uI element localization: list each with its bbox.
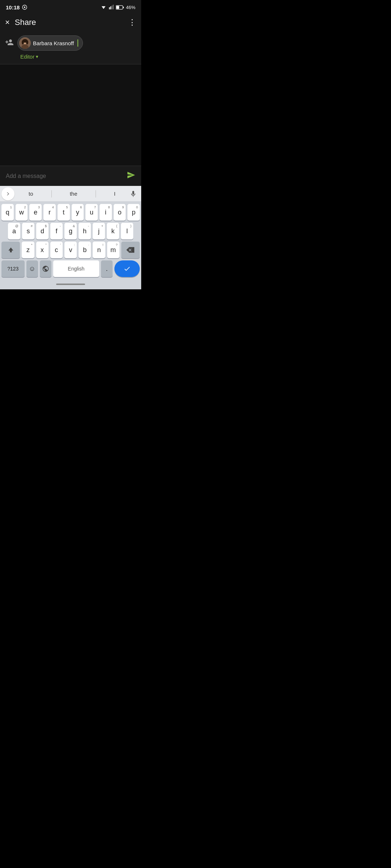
suggestion-items: to the I (17, 189, 127, 198)
role-row: Editor ▾ (20, 54, 136, 60)
key-b[interactable]: b· (79, 242, 91, 258)
suggestion-the[interactable]: the (66, 189, 82, 198)
send-button[interactable] (127, 171, 135, 182)
svg-rect-5 (112, 5, 112, 9)
keys-area: q1 w2 e3 r4 t5 y6 u7 i8 o9 p0 a@ s# d$ f… (0, 202, 141, 281)
key-r[interactable]: r4 (43, 204, 56, 221)
text-cursor (77, 39, 78, 47)
status-bar: 10:18 46% (0, 0, 141, 13)
key-w[interactable]: w2 (16, 204, 28, 221)
wifi-icon (101, 5, 106, 10)
key-z[interactable]: z* (22, 242, 34, 258)
time-display: 10:18 (6, 4, 20, 10)
delete-key[interactable] (121, 242, 140, 258)
role-dropdown[interactable]: Editor ▾ (20, 54, 136, 60)
key-a[interactable]: a@ (8, 223, 20, 239)
key-y[interactable]: y6 (72, 204, 84, 221)
close-button[interactable]: × (5, 18, 10, 27)
svg-rect-6 (113, 5, 114, 9)
svg-rect-9 (116, 6, 119, 9)
status-time: 10:18 (6, 4, 28, 10)
svg-rect-3 (109, 7, 110, 9)
svg-rect-16 (133, 191, 134, 194)
battery-percent: 46% (126, 5, 135, 10)
space-key[interactable]: English (53, 260, 99, 277)
chevron-down-icon: ▾ (36, 54, 38, 59)
expand-suggestions-button[interactable] (1, 187, 14, 200)
key-row-3: z* x" c' v: b· n! m? (1, 242, 140, 258)
key-j[interactable]: j+ (93, 223, 105, 239)
key-o[interactable]: o9 (114, 204, 126, 221)
key-x[interactable]: x" (36, 242, 49, 258)
headphone-icon (22, 4, 28, 10)
key-d[interactable]: d$ (36, 223, 49, 239)
key-row-2: a@ s# d$ f- g& h- j+ k( l) (1, 223, 140, 239)
key-m[interactable]: m? (107, 242, 119, 258)
enter-key[interactable] (114, 260, 140, 277)
status-icons: 46% (101, 5, 135, 10)
svg-rect-17 (133, 196, 134, 197)
add-person-icon[interactable] (5, 38, 14, 48)
key-q[interactable]: q1 (1, 204, 14, 221)
key-u[interactable]: u7 (85, 204, 98, 221)
key-n[interactable]: n! (93, 242, 105, 258)
header-left: × Share (5, 18, 36, 27)
svg-rect-8 (123, 7, 124, 8)
key-e[interactable]: e3 (29, 204, 42, 221)
suggestion-to[interactable]: to (24, 189, 38, 198)
recipient-row: Barbara Krasnoff (5, 35, 136, 51)
role-label: Editor (20, 54, 34, 60)
divider (51, 190, 52, 197)
key-f[interactable]: f- (50, 223, 63, 239)
page-title: Share (15, 18, 36, 27)
main-content (0, 64, 141, 166)
more-button[interactable]: ⋮ (128, 18, 136, 27)
key-row-4: ?123 ☺ English . (1, 260, 140, 277)
mic-button[interactable] (127, 187, 140, 200)
key-h[interactable]: h- (79, 223, 91, 239)
key-k[interactable]: k( (107, 223, 119, 239)
bottom-bar (0, 281, 141, 289)
recipient-chip[interactable]: Barbara Krasnoff (17, 35, 83, 51)
keyboard: to the I q1 w2 e3 r4 t5 y6 u7 i8 o9 p0 (0, 186, 141, 289)
shift-key[interactable] (1, 242, 20, 258)
period-key[interactable]: . (101, 260, 113, 277)
recipient-name: Barbara Krasnoff (33, 40, 74, 46)
message-placeholder: Add a message (6, 173, 46, 179)
svg-point-1 (24, 7, 25, 8)
emoji-key[interactable]: ☺ (26, 260, 38, 277)
key-g[interactable]: g& (64, 223, 77, 239)
svg-point-15 (26, 40, 28, 44)
key-row-1: q1 w2 e3 r4 t5 y6 u7 i8 o9 p0 (1, 204, 140, 221)
signal-icon (109, 5, 114, 10)
divider2 (96, 190, 96, 197)
key-p[interactable]: p0 (127, 204, 140, 221)
home-indicator (56, 284, 85, 285)
avatar (19, 37, 31, 49)
suggestion-i[interactable]: I (110, 189, 120, 198)
app-header: × Share ⋮ (0, 13, 141, 32)
key-l[interactable]: l) (121, 223, 133, 239)
svg-rect-4 (110, 7, 111, 9)
suggestions-row: to the I (0, 186, 141, 202)
key-t[interactable]: t5 (58, 204, 70, 221)
svg-point-14 (22, 40, 24, 44)
key-s[interactable]: s# (22, 223, 34, 239)
svg-marker-2 (102, 6, 106, 9)
share-area: Barbara Krasnoff Editor ▾ (0, 32, 141, 64)
message-area[interactable]: Add a message (0, 166, 141, 186)
key-i[interactable]: i8 (100, 204, 112, 221)
globe-key[interactable] (40, 260, 51, 277)
key-c[interactable]: c' (50, 242, 63, 258)
numbers-key[interactable]: ?123 (1, 260, 25, 277)
battery-icon (116, 5, 124, 10)
key-v[interactable]: v: (64, 242, 77, 258)
